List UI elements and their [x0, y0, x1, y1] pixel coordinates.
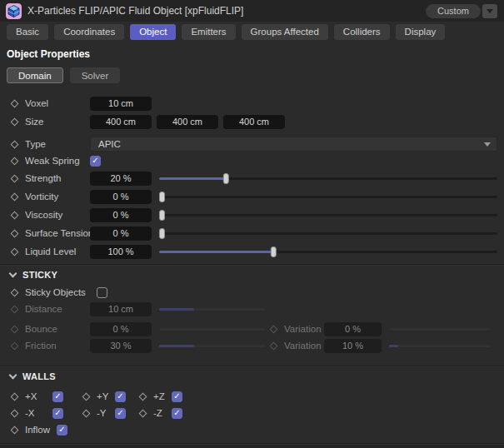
slider-handle[interactable] [159, 210, 165, 221]
keyframe-diamond-icon[interactable] [11, 211, 19, 219]
keyframe-diamond-icon[interactable] [11, 392, 19, 401]
slider-handle[interactable] [271, 246, 277, 257]
liquid-level-input[interactable]: 100 % [90, 245, 152, 259]
wall-minus-z-checkbox[interactable]: ✓ [172, 408, 182, 419]
wall-minus-y-label: -Y [97, 408, 115, 418]
keyframe-diamond-icon[interactable] [139, 409, 147, 417]
weak-spring-label: Weak Spring [25, 156, 80, 166]
row-surface-tension: Surface Tension 0 % [0, 224, 504, 242]
row-sticky-objects: Sticky Objects [0, 284, 504, 301]
wall-plus-z-checkbox[interactable]: ✓ [172, 391, 182, 402]
distance-label: Distance [25, 304, 62, 314]
wall-plus-x-checkbox[interactable]: ✓ [52, 391, 63, 402]
domain-button[interactable]: Domain [7, 67, 63, 83]
liquid-level-slider[interactable] [159, 246, 497, 258]
keyframe-diamond-icon[interactable] [11, 229, 19, 237]
strength-input[interactable]: 20 % [90, 172, 152, 186]
surface-tension-label: Surface Tension [25, 228, 93, 238]
friction-slider [159, 340, 265, 352]
viscosity-input[interactable]: 0 % [90, 208, 152, 222]
weak-spring-checkbox[interactable]: ✓ [90, 156, 101, 167]
keyframe-diamond-icon[interactable] [11, 117, 19, 126]
viscosity-slider[interactable] [159, 209, 497, 222]
type-select[interactable]: APIC [90, 137, 497, 152]
dropdown-caret-icon [484, 142, 491, 147]
vorticity-label: Vorticity [25, 192, 58, 202]
tab-basic[interactable]: Basic [7, 24, 48, 40]
wall-minus-y-checkbox[interactable]: ✓ [115, 408, 126, 419]
tab-colliders[interactable]: Colliders [334, 24, 390, 40]
tab-object[interactable]: Object [130, 24, 176, 40]
wall-plus-y-checkbox[interactable]: ✓ [115, 391, 126, 402]
wall-plus-y-label: +Y [97, 391, 115, 401]
row-liquid-level: Liquid Level 100 % [0, 242, 504, 261]
friction-variation-label: Variation [284, 341, 324, 351]
keyframe-diamond-icon[interactable] [11, 247, 19, 256]
tab-display[interactable]: Display [396, 24, 446, 40]
bounce-slider [159, 323, 265, 336]
window-title: X-Particles FLIP/APIC Fluid Object [xpFl… [27, 5, 426, 17]
distance-slider [159, 303, 265, 316]
keyframe-diamond-icon[interactable] [11, 140, 19, 148]
preset-dropdown[interactable]: Custom [426, 4, 481, 18]
keyframe-diamond-icon[interactable] [139, 392, 147, 401]
keyframe-diamond-icon[interactable] [82, 392, 91, 401]
keyframe-diamond-icon[interactable] [11, 288, 19, 296]
keyframe-diamond-icon[interactable] [11, 99, 19, 107]
section-title-object-properties: Object Properties [7, 48, 504, 60]
slider-handle[interactable] [159, 192, 165, 202]
row-distance: Distance 10 cm [0, 301, 504, 317]
keyframe-diamond-icon[interactable] [11, 174, 19, 182]
inflow-label: Inflow [25, 425, 57, 435]
slider-handle[interactable] [159, 228, 165, 239]
bounce-label: Bounce [25, 324, 57, 334]
keyframe-diamond-icon[interactable] [11, 409, 19, 417]
preset-dropdown-button[interactable] [482, 4, 497, 18]
tab-coordinates[interactable]: Coordinates [54, 24, 124, 40]
row-friction: Friction 30 % Variation 10 % [0, 337, 504, 354]
keyframe-diamond-icon [11, 341, 19, 350]
tab-emitters[interactable]: Emitters [182, 24, 235, 40]
row-strength: Strength 20 % [0, 169, 504, 187]
size-y-input[interactable]: 400 cm [157, 115, 218, 129]
friction-variation-slider [389, 340, 491, 352]
chevron-down-icon [9, 269, 17, 277]
tab-groups-affected[interactable]: Groups Affected [242, 24, 328, 40]
keyframe-diamond-icon [11, 325, 19, 333]
surface-tension-slider[interactable] [159, 227, 497, 240]
inflow-checkbox[interactable]: ✓ [57, 425, 67, 436]
sticky-objects-checkbox[interactable] [97, 287, 107, 298]
bounce-input: 0 % [90, 322, 152, 336]
row-vorticity: Vorticity 0 % [0, 187, 504, 206]
voxel-input[interactable]: 10 cm [90, 97, 152, 111]
keyframe-diamond-icon[interactable] [11, 426, 19, 434]
distance-input: 10 cm [90, 302, 152, 316]
sticky-section-header[interactable]: STICKY [0, 266, 504, 284]
viscosity-label: Viscosity [25, 210, 62, 220]
type-label: Type [25, 139, 46, 149]
size-x-input[interactable]: 400 cm [90, 115, 152, 129]
surface-tension-input[interactable]: 0 % [90, 226, 152, 241]
liquid-level-label: Liquid Level [25, 246, 76, 256]
solver-button[interactable]: Solver [70, 67, 121, 83]
walls-section-header[interactable]: WALLS [0, 367, 504, 386]
strength-slider[interactable] [159, 172, 497, 185]
keyframe-diamond-icon[interactable] [82, 409, 91, 417]
wall-minus-x-checkbox[interactable]: ✓ [52, 408, 63, 419]
wall-minus-x-label: -X [25, 408, 52, 418]
type-select-value: APIC [98, 139, 121, 149]
keyframe-diamond-icon [270, 325, 278, 333]
bounce-variation-input: 0 % [324, 322, 382, 336]
friction-label: Friction [25, 341, 57, 351]
vorticity-slider[interactable] [159, 191, 497, 203]
xparticles-object-icon [6, 3, 22, 19]
keyframe-diamond-icon[interactable] [11, 157, 19, 165]
keyframe-diamond-icon [270, 341, 278, 350]
slider-handle[interactable] [223, 173, 229, 184]
size-z-input[interactable]: 400 cm [223, 115, 285, 129]
chevron-down-icon [9, 371, 17, 379]
keyframe-diamond-icon[interactable] [11, 192, 19, 201]
friction-variation-input: 10 % [324, 339, 382, 353]
walls-row-negative: -X ✓ -Y ✓ -Z ✓ [0, 405, 504, 421]
vorticity-input[interactable]: 0 % [90, 190, 152, 204]
